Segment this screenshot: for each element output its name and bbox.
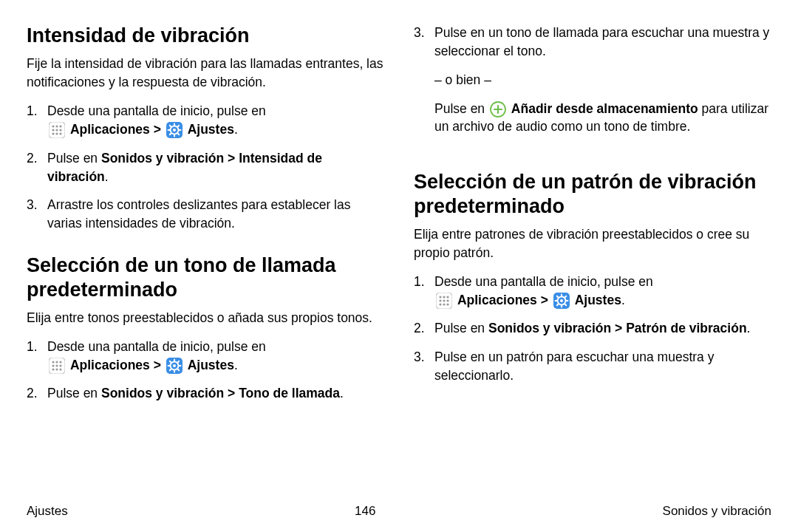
period: . <box>747 321 751 335</box>
gear-icon <box>166 122 183 138</box>
list-item: Desde una pantalla de inicio, pulse en A… <box>27 102 384 139</box>
bold-path: Sonidos y vibración > Tono de llamada <box>101 386 340 400</box>
step-text: Desde una pantalla de inicio, pulse en <box>47 339 266 354</box>
gear-icon <box>553 293 570 309</box>
list-item: Arrastre los controles deslizantes para … <box>27 196 384 233</box>
period: . <box>234 122 238 137</box>
period: . <box>621 293 625 307</box>
apps-icon <box>436 293 452 309</box>
steps-vibration-pattern: Desde una pantalla de inicio, pulse en A… <box>414 273 771 395</box>
list-item: Pulse en un patrón para escuchar una mue… <box>414 348 771 385</box>
period: . <box>234 358 238 372</box>
page-body: Intensidad de vibración Fije la intensid… <box>0 0 798 532</box>
step-text: Pulse en <box>434 321 488 335</box>
intro-vibration-pattern: Elija entre patrones de vibración preest… <box>414 225 771 262</box>
plus-icon <box>490 101 506 117</box>
footer-page-number: 146 <box>355 504 375 519</box>
intro-ringtone: Elija entre tonos preestablecidos o añad… <box>27 309 384 327</box>
step-text: Pulse en <box>47 151 101 166</box>
footer-right: Sonidos y vibración <box>663 504 771 519</box>
gear-icon <box>166 358 183 374</box>
list-item: Pulse en Sonidos y vibración > Tono de l… <box>27 384 384 403</box>
separator: > <box>150 358 165 372</box>
heading-vibration-pattern: Selección de un patrón de vibración pred… <box>414 170 771 218</box>
heading-intensity: Intensidad de vibración <box>27 24 384 47</box>
step-text: Desde una pantalla de inicio, pulse en <box>47 103 266 118</box>
list-item: Pulse en un tono de llamada para escucha… <box>414 24 771 61</box>
or-divider: – o bien – <box>414 71 771 89</box>
apps-icon <box>49 358 65 374</box>
ajustes-label: Ajustes <box>188 122 234 137</box>
steps-intensity: Desde una pantalla de inicio, pulse en A… <box>27 102 384 243</box>
steps-ringtone: Desde una pantalla de inicio, pulse en A… <box>27 338 384 414</box>
heading-ringtone: Selección de un tono de llamada predeter… <box>27 253 384 301</box>
step-text: Pulse en <box>47 386 101 400</box>
add-storage-label: Añadir desde almacenamiento <box>511 101 698 116</box>
apps-label: Aplicaciones <box>457 293 537 307</box>
step-text: Pulse en <box>434 101 488 116</box>
intro-intensity: Fije la intensidad de vibración para las… <box>27 55 384 92</box>
apps-label: Aplicaciones <box>70 122 150 137</box>
left-column: Intensidad de vibración Fije la intensid… <box>27 24 384 488</box>
apps-label: Aplicaciones <box>70 358 150 372</box>
ajustes-label: Ajustes <box>575 293 621 307</box>
step-text: Desde una pantalla de inicio, pulse en <box>434 274 653 289</box>
ajustes-label: Ajustes <box>188 358 234 372</box>
list-item: Desde una pantalla de inicio, pulse en A… <box>414 273 771 310</box>
page-footer: Ajustes 146 Sonidos y vibración <box>27 504 771 519</box>
list-item: Desde una pantalla de inicio, pulse en A… <box>27 338 384 375</box>
period: . <box>340 386 344 400</box>
alt-step: Pulse en Añadir desde almacenamiento par… <box>414 100 771 137</box>
separator: > <box>537 293 552 307</box>
separator: > <box>150 122 165 137</box>
list-item: Pulse en Sonidos y vibración > Intensida… <box>27 149 384 186</box>
right-column: Pulse en un tono de llamada para escucha… <box>414 24 771 488</box>
period: . <box>105 169 109 184</box>
apps-icon <box>49 122 65 138</box>
footer-left: Ajustes <box>27 504 68 519</box>
bold-path: Sonidos y vibración > Patrón de vibració… <box>488 321 747 335</box>
list-item: Pulse en Sonidos y vibración > Patrón de… <box>414 319 771 338</box>
steps-ringtone-cont: Pulse en un tono de llamada para escucha… <box>414 24 771 71</box>
